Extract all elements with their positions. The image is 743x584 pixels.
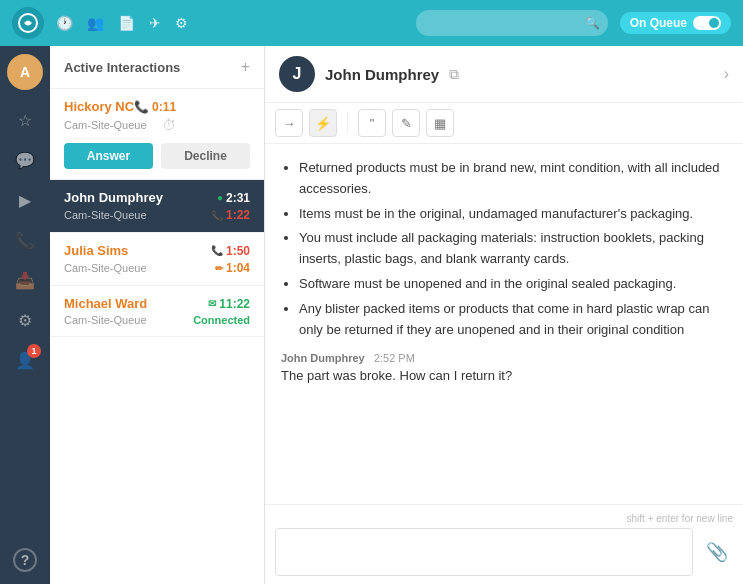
chat-messages: Returned products must be in brand new, …: [265, 144, 743, 504]
julia-timer1: 📞 1:50: [211, 244, 250, 258]
top-nav: 🕐 👥 📄 ✈ ⚙ 🔍 On Queue: [0, 0, 743, 46]
missed-icon: 📞: [211, 210, 223, 221]
search-input[interactable]: [416, 10, 608, 36]
user-badge: 1: [27, 344, 41, 358]
add-interaction-button[interactable]: +: [241, 58, 250, 76]
phone-small-icon: 📞: [134, 100, 149, 114]
lightning-icon: ⚡: [315, 116, 331, 131]
decline-button[interactable]: Decline: [161, 143, 250, 169]
sidebar-item-help[interactable]: ?: [13, 548, 37, 572]
settings-icon: ⚙: [18, 311, 32, 330]
michael-name: Michael Ward: [64, 296, 147, 311]
interactions-header: Active Interactions +: [50, 46, 264, 89]
forward-icon: →: [283, 116, 296, 131]
interaction-item-julia[interactable]: Julia Sims 📞 1:50 Cam-Site-Queue ✏ 1:04: [50, 233, 264, 286]
edit-icon-small: ✏: [215, 263, 223, 274]
table-icon: ▦: [434, 116, 446, 131]
edit-button[interactable]: ✎: [392, 109, 420, 137]
julia-row1: Julia Sims 📞 1:50: [64, 243, 250, 258]
chat-input[interactable]: [275, 528, 693, 576]
search-icon: 🔍: [585, 16, 600, 30]
answer-button[interactable]: Answer: [64, 143, 153, 169]
attach-button[interactable]: 📎: [701, 536, 733, 568]
john-name: John Dumphrey: [64, 190, 163, 205]
logo[interactable]: [12, 7, 44, 39]
quote-icon: ": [370, 116, 375, 131]
customer-message: John Dumphrey 2:52 PM The part was broke…: [281, 352, 727, 383]
chat-input-hint: shift + enter for new line: [275, 513, 733, 524]
chat-input-row: 📎: [275, 528, 733, 576]
phone-icon: 📞: [15, 231, 35, 250]
green-dot-icon: ●: [217, 192, 223, 203]
policy-item-3: Software must be unopened and in the ori…: [299, 274, 727, 295]
interaction-item-michael[interactable]: Michael Ward ✉ 11:22 Cam-Site-Queue Conn…: [50, 286, 264, 337]
inbox-icon: 📥: [15, 271, 35, 290]
bubble-time: 2:52 PM: [374, 352, 415, 364]
chat-contact-avatar: J: [279, 56, 315, 92]
sidebar-item-phone[interactable]: 📞: [5, 222, 45, 258]
chat-header: J John Dumphrey ⧉ ›: [265, 46, 743, 103]
send-nav-icon[interactable]: ✈: [149, 15, 161, 31]
users-nav-icon[interactable]: 👥: [87, 15, 104, 31]
email-icon-small: ✉: [208, 298, 216, 309]
clock-nav-icon[interactable]: 🕐: [56, 15, 73, 31]
doc-nav-icon[interactable]: 📄: [118, 15, 135, 31]
sidebar-item-settings[interactable]: ⚙: [5, 302, 45, 338]
michael-queue: Cam-Site-Queue Connected: [64, 314, 250, 326]
collapse-chat-button[interactable]: ›: [724, 65, 729, 83]
john-timer2: 📞 1:22: [211, 208, 250, 222]
search-wrap: 🔍: [416, 10, 608, 36]
sidebar-icons: A ☆ 💬 ▶ 📞 📥 ⚙ 👤 1 ?: [0, 46, 50, 584]
julia-queue: Cam-Site-Queue ✏ 1:04: [64, 261, 250, 275]
policy-item-4: Any blister packed items or products tha…: [299, 299, 727, 341]
john-timer1: ● 2:31: [217, 191, 250, 205]
incoming-top: Hickory NC 📞 0:11 Cam-Site-Queue ⏱: [50, 89, 264, 137]
sidebar-item-chat[interactable]: 💬: [5, 142, 45, 178]
on-queue-label: On Queue: [630, 16, 687, 30]
gear-nav-icon[interactable]: ⚙: [175, 15, 188, 31]
nav-icons: 🕐 👥 📄 ✈ ⚙: [56, 15, 404, 31]
interaction-item-john[interactable]: John Dumphrey ● 2:31 Cam-Site-Queue 📞 1:…: [50, 180, 264, 233]
policy-message: Returned products must be in brand new, …: [281, 158, 727, 340]
edit-icon: ✎: [401, 116, 412, 131]
lightning-button[interactable]: ⚡: [309, 109, 337, 137]
interactions-panel: Active Interactions + Hickory NC 📞 0:11 …: [50, 46, 265, 584]
incoming-call-section: Hickory NC 📞 0:11 Cam-Site-Queue ⏱ Answe…: [50, 89, 264, 180]
chat-contact-name: John Dumphrey: [325, 66, 439, 83]
duplicate-icon[interactable]: ⧉: [449, 66, 459, 83]
on-queue-toggle[interactable]: [693, 16, 721, 30]
main-layout: A ☆ 💬 ▶ 📞 📥 ⚙ 👤 1 ? Active Interactions …: [0, 46, 743, 584]
sidebar-item-inbox[interactable]: 📥: [5, 262, 45, 298]
paperclip-icon: 📎: [706, 541, 728, 563]
bubble-meta: John Dumphrey 2:52 PM: [281, 352, 727, 364]
clock-icon: ⏱: [162, 117, 176, 133]
interactions-title: Active Interactions: [64, 60, 180, 75]
john-queue: Cam-Site-Queue 📞 1:22: [64, 208, 250, 222]
avatar[interactable]: A: [7, 54, 43, 90]
incoming-row: Hickory NC 📞 0:11: [64, 99, 176, 114]
sidebar-item-user[interactable]: 👤 1: [5, 342, 45, 378]
on-queue-button[interactable]: On Queue: [620, 12, 731, 34]
incoming-timer: 📞 0:11: [134, 100, 176, 114]
toolbar-divider: [347, 113, 348, 133]
quote-button[interactable]: ": [358, 109, 386, 137]
chat-input-area: shift + enter for new line 📎: [265, 504, 743, 584]
forward-button[interactable]: →: [275, 109, 303, 137]
sidebar-item-star[interactable]: ☆: [5, 102, 45, 138]
julia-name: Julia Sims: [64, 243, 128, 258]
incoming-name: Hickory NC: [64, 99, 134, 114]
julia-timer2: ✏ 1:04: [215, 261, 250, 275]
policy-item-2: You must include all packaging materials…: [299, 228, 727, 270]
table-button[interactable]: ▦: [426, 109, 454, 137]
missed-call-icon: 📞: [211, 245, 223, 256]
policy-item-1: Items must be in the original, undamaged…: [299, 204, 727, 225]
sidebar-item-video[interactable]: ▶: [5, 182, 45, 218]
incoming-queue: Cam-Site-Queue ⏱: [64, 117, 176, 133]
michael-row1: Michael Ward ✉ 11:22: [64, 296, 250, 311]
bubble-text: The part was broke. How can I return it?: [281, 368, 727, 383]
star-icon: ☆: [18, 111, 32, 130]
bubble-sender: John Dumphrey: [281, 352, 365, 364]
chat-panel: J John Dumphrey ⧉ › → ⚡ " ✎ ▦: [265, 46, 743, 584]
michael-timer1: ✉ 11:22: [208, 297, 250, 311]
john-row1: John Dumphrey ● 2:31: [64, 190, 250, 205]
